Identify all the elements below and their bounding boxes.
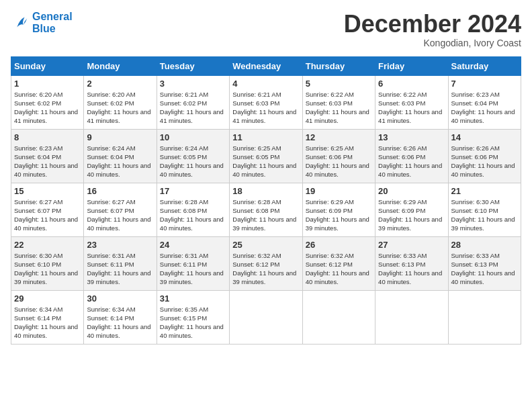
day-info: Sunrise: 6:29 AMSunset: 6:09 PMDaylight:… bbox=[378, 197, 445, 233]
day-number: 26 bbox=[306, 240, 372, 250]
day-number: 22 bbox=[14, 240, 81, 250]
day-info: Sunrise: 6:25 AMSunset: 6:05 PMDaylight:… bbox=[232, 144, 299, 179]
calendar-cell: 10Sunrise: 6:24 AMSunset: 6:05 PMDayligh… bbox=[157, 129, 229, 183]
header-monday: Monday bbox=[84, 56, 157, 75]
header-wednesday: Wednesday bbox=[230, 56, 302, 75]
calendar-cell: 23Sunrise: 6:31 AMSunset: 6:11 PMDayligh… bbox=[84, 236, 157, 290]
calendar-cell: 30Sunrise: 6:34 AMSunset: 6:14 PMDayligh… bbox=[84, 290, 157, 344]
calendar-cell: 22Sunrise: 6:30 AMSunset: 6:10 PMDayligh… bbox=[11, 236, 84, 290]
calendar-cell bbox=[448, 290, 521, 344]
day-number: 6 bbox=[378, 79, 445, 89]
calendar-cell: 3Sunrise: 6:21 AMSunset: 6:02 PMDaylight… bbox=[157, 75, 229, 129]
day-info: Sunrise: 6:24 AMSunset: 6:04 PMDaylight:… bbox=[87, 144, 153, 179]
header-friday: Friday bbox=[375, 56, 448, 75]
calendar-cell: 24Sunrise: 6:31 AMSunset: 6:11 PMDayligh… bbox=[157, 236, 229, 290]
day-number: 8 bbox=[14, 132, 81, 142]
location: Kongodian, Ivory Coast bbox=[344, 38, 521, 48]
title-block: December 2024 Kongodian, Ivory Coast bbox=[344, 11, 521, 48]
day-number: 31 bbox=[160, 293, 226, 304]
calendar-cell: 11Sunrise: 6:25 AMSunset: 6:05 PMDayligh… bbox=[230, 129, 302, 183]
calendar-week-5: 29Sunrise: 6:34 AMSunset: 6:14 PMDayligh… bbox=[11, 290, 521, 344]
day-number: 4 bbox=[232, 79, 299, 89]
day-number: 28 bbox=[451, 240, 518, 250]
page-header: General Blue December 2024 Kongodian, Iv… bbox=[11, 11, 521, 48]
calendar-week-1: 1Sunrise: 6:20 AMSunset: 6:02 PMDaylight… bbox=[11, 75, 521, 129]
day-info: Sunrise: 6:32 AMSunset: 6:12 PMDaylight:… bbox=[306, 251, 372, 287]
day-number: 16 bbox=[87, 186, 153, 196]
calendar-cell: 14Sunrise: 6:26 AMSunset: 6:06 PMDayligh… bbox=[448, 129, 521, 183]
calendar-cell bbox=[375, 290, 448, 344]
calendar-cell: 27Sunrise: 6:33 AMSunset: 6:13 PMDayligh… bbox=[375, 236, 448, 290]
day-number: 27 bbox=[378, 240, 445, 250]
calendar-cell: 21Sunrise: 6:30 AMSunset: 6:10 PMDayligh… bbox=[448, 183, 521, 236]
calendar-header-row: SundayMondayTuesdayWednesdayThursdayFrid… bbox=[11, 56, 521, 75]
calendar-cell: 17Sunrise: 6:28 AMSunset: 6:08 PMDayligh… bbox=[157, 183, 229, 236]
calendar-cell: 18Sunrise: 6:28 AMSunset: 6:08 PMDayligh… bbox=[230, 183, 302, 236]
day-number: 11 bbox=[232, 132, 299, 142]
day-info: Sunrise: 6:20 AMSunset: 6:02 PMDaylight:… bbox=[87, 90, 153, 126]
day-number: 1 bbox=[14, 79, 81, 89]
day-info: Sunrise: 6:25 AMSunset: 6:06 PMDaylight:… bbox=[306, 144, 372, 179]
header-tuesday: Tuesday bbox=[157, 56, 229, 75]
day-info: Sunrise: 6:35 AMSunset: 6:15 PMDaylight:… bbox=[160, 305, 226, 340]
calendar-cell: 7Sunrise: 6:23 AMSunset: 6:04 PMDaylight… bbox=[448, 75, 521, 129]
calendar-cell: 12Sunrise: 6:25 AMSunset: 6:06 PMDayligh… bbox=[302, 129, 375, 183]
calendar-table: SundayMondayTuesdayWednesdayThursdayFrid… bbox=[11, 56, 521, 345]
day-info: Sunrise: 6:27 AMSunset: 6:07 PMDaylight:… bbox=[87, 197, 153, 233]
day-info: Sunrise: 6:24 AMSunset: 6:05 PMDaylight:… bbox=[160, 144, 226, 179]
calendar-cell bbox=[302, 290, 375, 344]
day-info: Sunrise: 6:33 AMSunset: 6:13 PMDaylight:… bbox=[451, 251, 518, 287]
calendar-cell: 29Sunrise: 6:34 AMSunset: 6:14 PMDayligh… bbox=[11, 290, 84, 344]
calendar-cell: 16Sunrise: 6:27 AMSunset: 6:07 PMDayligh… bbox=[84, 183, 157, 236]
day-number: 21 bbox=[451, 186, 518, 196]
calendar-cell: 13Sunrise: 6:26 AMSunset: 6:06 PMDayligh… bbox=[375, 129, 448, 183]
day-number: 19 bbox=[306, 186, 372, 196]
logo-icon bbox=[11, 13, 30, 32]
day-info: Sunrise: 6:22 AMSunset: 6:03 PMDaylight:… bbox=[306, 90, 372, 126]
calendar-cell: 5Sunrise: 6:22 AMSunset: 6:03 PMDaylight… bbox=[302, 75, 375, 129]
header-sunday: Sunday bbox=[11, 56, 84, 75]
calendar-cell: 26Sunrise: 6:32 AMSunset: 6:12 PMDayligh… bbox=[302, 236, 375, 290]
day-number: 5 bbox=[306, 79, 372, 89]
calendar-cell: 28Sunrise: 6:33 AMSunset: 6:13 PMDayligh… bbox=[448, 236, 521, 290]
day-info: Sunrise: 6:31 AMSunset: 6:11 PMDaylight:… bbox=[87, 251, 153, 287]
calendar-cell bbox=[230, 290, 302, 344]
day-number: 24 bbox=[160, 240, 226, 250]
calendar-week-2: 8Sunrise: 6:23 AMSunset: 6:04 PMDaylight… bbox=[11, 129, 521, 183]
logo-text: General Blue bbox=[32, 11, 73, 34]
day-number: 14 bbox=[451, 132, 518, 142]
day-number: 10 bbox=[160, 132, 226, 142]
day-info: Sunrise: 6:23 AMSunset: 6:04 PMDaylight:… bbox=[451, 90, 518, 126]
day-info: Sunrise: 6:34 AMSunset: 6:14 PMDaylight:… bbox=[14, 305, 81, 340]
day-number: 13 bbox=[378, 132, 445, 142]
day-number: 18 bbox=[232, 186, 299, 196]
day-info: Sunrise: 6:31 AMSunset: 6:11 PMDaylight:… bbox=[160, 251, 226, 287]
day-number: 29 bbox=[14, 293, 81, 304]
day-number: 12 bbox=[306, 132, 372, 142]
calendar-week-4: 22Sunrise: 6:30 AMSunset: 6:10 PMDayligh… bbox=[11, 236, 521, 290]
day-info: Sunrise: 6:21 AMSunset: 6:02 PMDaylight:… bbox=[160, 90, 226, 126]
day-number: 2 bbox=[87, 79, 153, 89]
day-info: Sunrise: 6:30 AMSunset: 6:10 PMDaylight:… bbox=[451, 197, 518, 233]
day-info: Sunrise: 6:27 AMSunset: 6:07 PMDaylight:… bbox=[14, 197, 81, 233]
calendar-cell: 9Sunrise: 6:24 AMSunset: 6:04 PMDaylight… bbox=[84, 129, 157, 183]
day-number: 15 bbox=[14, 186, 81, 196]
day-info: Sunrise: 6:29 AMSunset: 6:09 PMDaylight:… bbox=[306, 197, 372, 233]
day-number: 23 bbox=[87, 240, 153, 250]
calendar-cell: 20Sunrise: 6:29 AMSunset: 6:09 PMDayligh… bbox=[375, 183, 448, 236]
calendar-cell: 31Sunrise: 6:35 AMSunset: 6:15 PMDayligh… bbox=[157, 290, 229, 344]
day-info: Sunrise: 6:21 AMSunset: 6:03 PMDaylight:… bbox=[232, 90, 299, 126]
day-number: 20 bbox=[378, 186, 445, 196]
calendar-cell: 19Sunrise: 6:29 AMSunset: 6:09 PMDayligh… bbox=[302, 183, 375, 236]
calendar-cell: 6Sunrise: 6:22 AMSunset: 6:03 PMDaylight… bbox=[375, 75, 448, 129]
day-number: 9 bbox=[87, 132, 153, 142]
day-number: 30 bbox=[87, 293, 153, 304]
day-number: 7 bbox=[451, 79, 518, 89]
day-info: Sunrise: 6:30 AMSunset: 6:10 PMDaylight:… bbox=[14, 251, 81, 287]
calendar-cell: 1Sunrise: 6:20 AMSunset: 6:02 PMDaylight… bbox=[11, 75, 84, 129]
day-info: Sunrise: 6:20 AMSunset: 6:02 PMDaylight:… bbox=[14, 90, 81, 126]
calendar-cell: 25Sunrise: 6:32 AMSunset: 6:12 PMDayligh… bbox=[230, 236, 302, 290]
day-info: Sunrise: 6:23 AMSunset: 6:04 PMDaylight:… bbox=[14, 144, 81, 179]
day-info: Sunrise: 6:26 AMSunset: 6:06 PMDaylight:… bbox=[451, 144, 518, 179]
month-title: December 2024 bbox=[344, 11, 521, 38]
